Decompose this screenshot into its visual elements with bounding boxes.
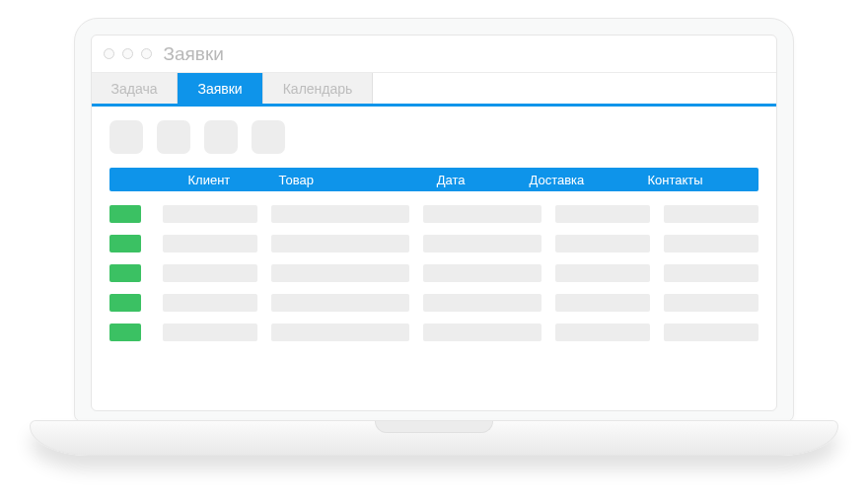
laptop-notch: [375, 421, 493, 433]
cell-date: [423, 324, 542, 341]
cell-date: [423, 205, 542, 223]
cell-date: [423, 294, 542, 312]
status-badge: [109, 294, 141, 312]
cell-delivery: [555, 235, 650, 252]
status-badge: [109, 205, 141, 223]
toolbar-button-4[interactable]: [252, 120, 285, 154]
tab-requests[interactable]: Заявки: [178, 73, 262, 104]
cell-client: [163, 235, 257, 252]
cell-product: [271, 294, 409, 312]
table-row[interactable]: [109, 199, 759, 229]
table-row[interactable]: [109, 229, 759, 258]
cell-product: [271, 324, 409, 341]
cell-contacts: [664, 235, 759, 252]
status-badge: [109, 324, 141, 341]
col-delivery-header: Доставка: [522, 173, 640, 187]
cell-client: [163, 324, 257, 341]
cell-contacts: [664, 205, 759, 223]
cell-delivery: [555, 324, 650, 341]
toolbar-button-2[interactable]: [157, 120, 190, 154]
close-icon[interactable]: [104, 48, 114, 59]
cell-client: [163, 205, 257, 223]
cell-contacts: [664, 294, 759, 312]
toolbar-button-1[interactable]: [109, 120, 143, 154]
window-titlebar: Заявки: [92, 36, 776, 73]
app-window: Заявки Задача Заявки Календарь Клиент То…: [91, 35, 777, 411]
tab-bar: Задача Заявки Календарь: [92, 73, 776, 107]
cell-product: [271, 235, 409, 252]
table-row[interactable]: [109, 288, 759, 318]
status-badge: [109, 235, 141, 252]
minimize-icon[interactable]: [122, 48, 133, 59]
table-row[interactable]: [109, 318, 759, 347]
cell-delivery: [555, 205, 650, 223]
cell-date: [423, 235, 542, 252]
table-body: [109, 199, 759, 347]
cell-date: [423, 264, 542, 282]
toolbar: [109, 120, 759, 154]
laptop-screen: Заявки Задача Заявки Календарь Клиент То…: [74, 18, 794, 422]
cell-delivery: [555, 294, 650, 312]
cell-contacts: [664, 324, 759, 341]
toolbar-button-3[interactable]: [204, 120, 238, 154]
cell-product: [271, 264, 409, 282]
laptop-base: [30, 420, 838, 456]
laptop-mockup: Заявки Задача Заявки Календарь Клиент То…: [30, 18, 838, 456]
table-header: Клиент Товар Дата Доставка Контакты: [109, 168, 759, 191]
status-badge: [109, 264, 141, 282]
window-controls: [104, 48, 152, 59]
window-title: Заявки: [164, 43, 224, 65]
col-contacts-header: Контакты: [640, 173, 759, 187]
col-date-header: Дата: [403, 173, 522, 187]
maximize-icon[interactable]: [141, 48, 152, 59]
content-area: Клиент Товар Дата Доставка Контакты: [92, 107, 776, 410]
tab-task[interactable]: Задача: [92, 73, 179, 104]
tab-calendar[interactable]: Календарь: [263, 73, 374, 104]
col-product-header: Товар: [271, 173, 403, 187]
cell-client: [163, 264, 257, 282]
cell-delivery: [555, 264, 650, 282]
cell-product: [271, 205, 409, 223]
table-row[interactable]: [109, 258, 759, 288]
col-client-header: Клиент: [153, 173, 271, 187]
cell-contacts: [664, 264, 759, 282]
cell-client: [163, 294, 257, 312]
